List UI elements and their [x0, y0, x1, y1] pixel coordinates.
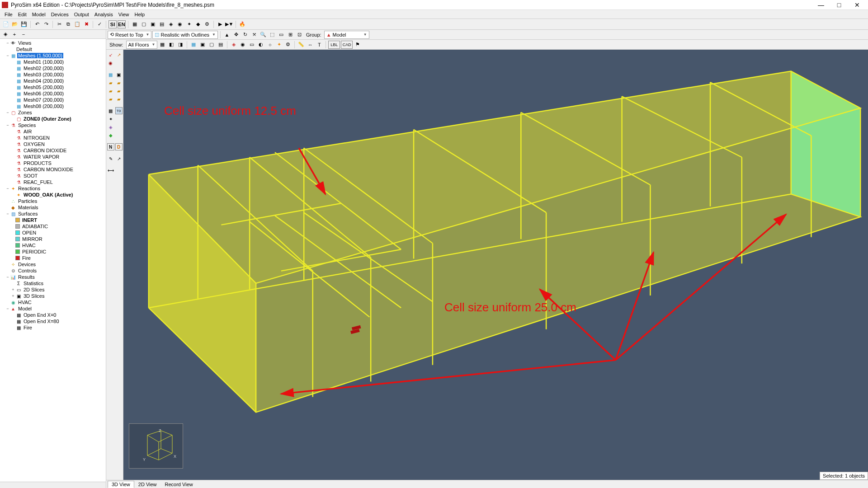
floor-tool-icon[interactable]: ▦: [158, 41, 166, 49]
tree-mesh-item[interactable]: Mesh07 (200,000): [23, 97, 65, 103]
units-en-button[interactable]: EN: [118, 20, 126, 28]
tool-vent-icon[interactable]: ▢: [140, 20, 148, 28]
zoom-box-icon[interactable]: ⬚: [268, 31, 276, 39]
maximize-button[interactable]: □: [830, 0, 848, 9]
front-view-icon[interactable]: ↙: [107, 51, 114, 58]
measure-icon[interactable]: 📏: [297, 41, 305, 49]
zoom-fit-icon[interactable]: ▭: [277, 31, 285, 39]
tree-surface-item[interactable]: OPEN: [21, 230, 37, 235]
tool-device-icon[interactable]: ◈: [167, 20, 175, 28]
units-si-button[interactable]: SI: [108, 20, 117, 28]
tree-surface-item[interactable]: Fire: [21, 255, 32, 261]
smokeview-icon[interactable]: 🔥: [238, 20, 246, 28]
n-button[interactable]: N: [107, 143, 114, 150]
minimize-button[interactable]: —: [812, 0, 830, 9]
tree-model-item[interactable]: Open End X=0: [23, 312, 57, 318]
menu-file[interactable]: File: [2, 11, 15, 18]
tree-pick-icon[interactable]: ◈: [1, 30, 9, 38]
tree-views[interactable]: Views: [17, 40, 32, 46]
tab-record-view[interactable]: Record View: [161, 481, 197, 488]
show-vent-icon[interactable]: ▤: [217, 41, 225, 49]
tree-model-item[interactable]: Fire: [23, 325, 33, 330]
solid-icon[interactable]: ▣: [115, 71, 123, 78]
tool-material-icon[interactable]: ◆: [194, 20, 202, 28]
tree-mesh-item[interactable]: Mesh08 (200,000): [23, 103, 65, 109]
tree-particles[interactable]: Particles: [17, 198, 38, 204]
tree-surface-item[interactable]: INERT: [21, 217, 38, 223]
tree-surface-item[interactable]: PERIODIC: [21, 249, 47, 254]
clip-tool-icon[interactable]: ◧: [167, 41, 175, 49]
shade5-icon[interactable]: ▰: [107, 95, 114, 103]
cad-toggle[interactable]: CAD: [341, 41, 353, 49]
tree-default-view[interactable]: Default: [15, 47, 33, 52]
wireframe-icon[interactable]: ▦: [107, 71, 114, 78]
tree-hvac[interactable]: HVAC: [17, 300, 33, 305]
tool-reaction-icon[interactable]: ✦: [185, 20, 193, 28]
tree-species-item[interactable]: REAC_FUEL: [23, 179, 54, 185]
menu-analysis[interactable]: Analysis: [92, 11, 116, 18]
lbl-toggle[interactable]: LBL: [328, 41, 340, 49]
show-devc-icon[interactable]: ◈: [230, 41, 238, 49]
tree-surface-item[interactable]: HVAC: [21, 243, 37, 248]
new-icon[interactable]: 📄: [2, 20, 10, 28]
tree-devices[interactable]: Devices: [17, 262, 37, 267]
tab-3d-view[interactable]: 3D View: [108, 481, 134, 488]
tool-mesh-icon[interactable]: ▦: [131, 20, 139, 28]
persp-icon[interactable]: ◉: [107, 59, 114, 66]
menu-view[interactable]: View: [116, 11, 132, 18]
run-icon[interactable]: ▶: [216, 20, 224, 28]
tree-zones[interactable]: Zones: [17, 110, 33, 115]
tree-species-item[interactable]: CARBON MONOXIDE: [23, 167, 74, 172]
group-dropdown[interactable]: ▲Model▼: [324, 31, 369, 39]
menu-help[interactable]: Help: [132, 11, 147, 18]
grid1-icon[interactable]: ▦: [107, 107, 114, 114]
tool-surface-icon[interactable]: ◉: [176, 20, 184, 28]
eyedrop-icon[interactable]: ✎: [107, 155, 114, 162]
tree-reactions[interactable]: Reactions: [17, 186, 41, 191]
show-ctrl-icon[interactable]: ⚙: [284, 41, 292, 49]
redo-icon[interactable]: ↷: [42, 20, 50, 28]
tree-surface-item[interactable]: ADIABATIC: [21, 224, 49, 229]
paste-icon[interactable]: 📋: [73, 20, 81, 28]
show-hvac-icon[interactable]: ◉: [239, 41, 247, 49]
menu-devices[interactable]: Devices: [48, 11, 71, 18]
spell-icon[interactable]: ✓: [95, 20, 104, 28]
shade1-icon[interactable]: ▰: [107, 79, 114, 86]
tree-expand-icon[interactable]: +: [10, 30, 19, 38]
menu-output[interactable]: Output: [71, 11, 92, 18]
tree-3d-slices[interactable]: 3D Slices: [23, 293, 45, 299]
3d-viewport[interactable]: Cell size uniform 12.5 cm Cell size unif…: [123, 50, 868, 480]
tab-2d-view[interactable]: 2D View: [134, 481, 161, 488]
tree-species[interactable]: Species: [17, 122, 37, 128]
tree-mesh-item[interactable]: Mesh06 (200,000): [23, 91, 65, 96]
tree-mesh-item[interactable]: Mesh04 (200,000): [23, 78, 65, 84]
tree-scrollbar[interactable]: [0, 482, 106, 488]
tree-model[interactable]: Model: [17, 306, 33, 311]
shade3-icon[interactable]: ▰: [107, 87, 114, 94]
tree-model-item[interactable]: Open End X=80: [23, 319, 60, 324]
tree-mesh-item[interactable]: Mesh01 (100,000): [23, 59, 65, 65]
save-icon[interactable]: 💾: [20, 20, 28, 28]
zoom-tool-icon[interactable]: 🔍: [259, 31, 267, 39]
tree-wood-oak[interactable]: WOOD_OAK (Active): [23, 192, 74, 197]
tree-collapse-icon[interactable]: −: [19, 30, 28, 38]
tree-surface-item[interactable]: MIRROR: [21, 236, 43, 242]
show-zone-icon[interactable]: ○: [266, 41, 274, 49]
show-mesh-icon[interactable]: ▦: [189, 41, 198, 49]
section-tool-icon[interactable]: ◨: [176, 41, 184, 49]
tree-species-item[interactable]: AIR: [23, 129, 33, 134]
tree-controls[interactable]: Controls: [17, 268, 38, 273]
show-slice-icon[interactable]: ▭: [248, 41, 256, 49]
tree-species-item[interactable]: OXYGEN: [23, 141, 46, 147]
tree-2d-slices[interactable]: 2D Slices: [23, 287, 45, 292]
show-hole-icon[interactable]: ▢: [208, 41, 216, 49]
orbit-tool-icon[interactable]: ↻: [241, 31, 249, 39]
back-view-icon[interactable]: ↗: [115, 51, 123, 58]
axis-indicator[interactable]: Z Y X: [129, 423, 183, 469]
text-icon[interactable]: T: [315, 41, 323, 49]
flag-icon[interactable]: ⚑: [354, 41, 362, 49]
pan-tool-icon[interactable]: ✥: [232, 31, 240, 39]
axis-icon[interactable]: ✦: [107, 115, 114, 122]
tree-species-item[interactable]: NITROGEN: [23, 135, 51, 141]
shade4-icon[interactable]: ▰: [115, 87, 123, 94]
